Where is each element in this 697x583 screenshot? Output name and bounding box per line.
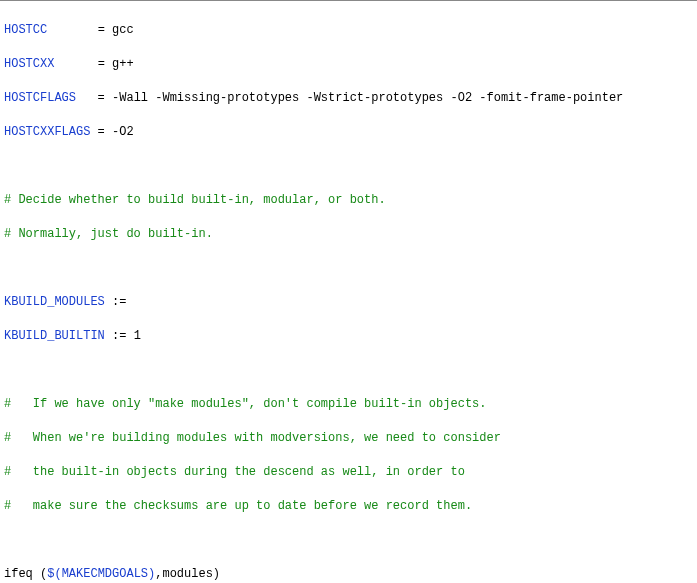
assign-kbuild-modules: :=	[105, 295, 127, 309]
comment-line: # If we have only "make modules", don't …	[4, 396, 693, 413]
assign-kbuild-builtin: := 1	[105, 329, 141, 343]
blank-line	[4, 260, 693, 277]
comment-line: # the built-in objects during the descen…	[4, 464, 693, 481]
code-line: HOSTCFLAGS = -Wall -Wmissing-prototypes …	[4, 90, 693, 107]
code-line: HOSTCXX = g++	[4, 56, 693, 73]
var-hostcc: HOSTCC	[4, 23, 47, 37]
assign-hostcxxflags: = -O2	[90, 125, 133, 139]
fn-open: $(	[47, 567, 61, 581]
assign-hostcflags: = -Wall -Wmissing-prototypes -Wstrict-pr…	[76, 91, 623, 105]
var-hostcxxflags: HOSTCXXFLAGS	[4, 125, 90, 139]
blank-line	[4, 532, 693, 549]
makefile-code-block: HOSTCC = gcc HOSTCXX = g++ HOSTCFLAGS = …	[0, 0, 697, 583]
code-line: HOSTCC = gcc	[4, 22, 693, 39]
comment-line: # make sure the checksums are up to date…	[4, 498, 693, 515]
comment-line: # Decide whether to build built-in, modu…	[4, 192, 693, 209]
var-makecmdgoals: MAKECMDGOALS	[62, 567, 148, 581]
code-line: KBUILD_MODULES :=	[4, 294, 693, 311]
var-kbuild-builtin: KBUILD_BUILTIN	[4, 329, 105, 343]
comment-line: # When we're building modules with modve…	[4, 430, 693, 447]
comment-line: # Normally, just do built-in.	[4, 226, 693, 243]
var-kbuild-modules: KBUILD_MODULES	[4, 295, 105, 309]
code-line: HOSTCXXFLAGS = -O2	[4, 124, 693, 141]
rest: ,modules)	[155, 567, 220, 581]
assign-hostcc: = gcc	[47, 23, 133, 37]
blank-line	[4, 158, 693, 175]
assign-hostcxx: = g++	[54, 57, 133, 71]
kw-ifeq: ifeq	[4, 567, 40, 581]
code-line: KBUILD_BUILTIN := 1	[4, 328, 693, 345]
blank-line	[4, 362, 693, 379]
var-hostcflags: HOSTCFLAGS	[4, 91, 76, 105]
ifeq-line: ifeq ($(MAKECMDGOALS),modules)	[4, 566, 693, 583]
var-hostcxx: HOSTCXX	[4, 57, 54, 71]
